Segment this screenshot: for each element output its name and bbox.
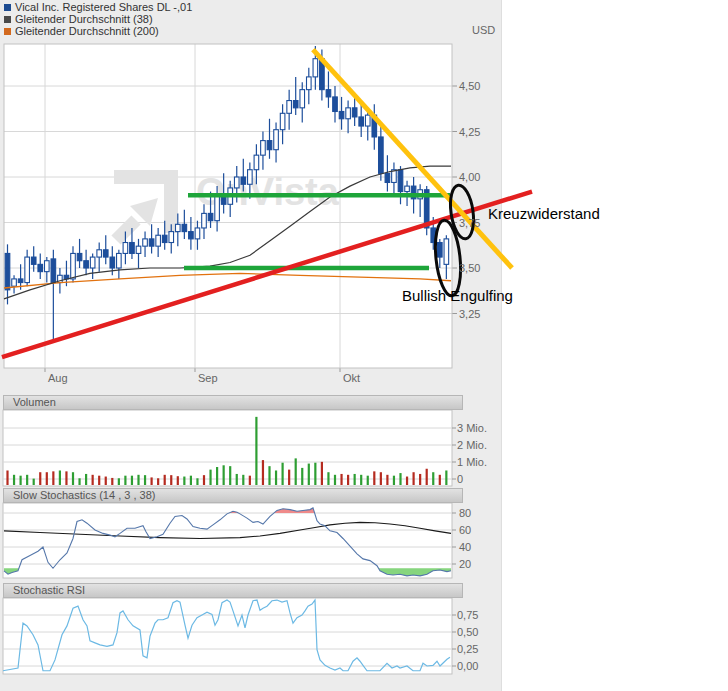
y-axis-label-stochastics: 60 [459,524,471,536]
currency-label: USD [472,24,495,36]
y-axis-label-price: 4,25 [459,126,480,138]
legend-label-gd38: Gleitender Durchschnitt (38) [15,13,153,25]
y-axis-label-volume: 2 Mio. [457,439,487,451]
y-axis-label-price: 3,75 [459,217,480,229]
legend-item-instrument: Vical Inc. Registered Shares DL -,01 [4,1,192,13]
y-axis-label-rsi: 0,00 [457,660,478,672]
y-axis-label-rsi: 0,75 [457,609,478,621]
panel-header-slow-stochastics: Slow Stochastics (14 , 3 , 38) [3,488,463,503]
y-axis-label-volume: 3 Mio. [457,422,487,434]
x-axis-label-month: Sep [198,372,218,384]
legend-swatch-gd38 [4,16,11,23]
annotation-kreuzwiderstand: Kreuzwiderstand [488,205,600,222]
legend-label-instrument: Vical Inc. Registered Shares DL -,01 [15,1,192,13]
panel-header-stochastic-rsi: Stochastic RSI [3,583,463,598]
page: OnVista Vical Inc. Registered Shares DL … [0,0,728,691]
y-axis-label-stochastics: 40 [459,541,471,553]
x-axis-label-month: Okt [343,372,360,384]
legend-label-gd200: Gleitender Durchschnitt (200) [15,25,159,37]
y-axis-label-price: 3,50 [459,262,480,274]
y-axis-label-volume: 1 Mio. [457,456,487,468]
y-axis-label-rsi: 0,25 [457,643,478,655]
legend-item-gd200: Gleitender Durchschnitt (200) [4,25,192,37]
y-axis-label-volume: 0 [457,473,463,485]
annotation-bullish-engulfing: Bullish Engulfing [402,287,513,304]
y-axis-label-price: 4,00 [459,171,480,183]
legend-item-gd38: Gleitender Durchschnitt (38) [4,13,192,25]
x-axis-label-month: Aug [48,372,68,384]
legend-swatch-gd200 [4,28,11,35]
y-axis-label-price: 4,50 [459,80,480,92]
y-axis-label-rsi: 0,50 [457,626,478,638]
chart-legend: Vical Inc. Registered Shares DL -,01 Gle… [4,1,192,37]
y-axis-label-stochastics: 20 [459,558,471,570]
y-axis-label-price: 3,25 [459,308,480,320]
legend-swatch-instrument [4,4,11,11]
panel-header-volume: Volumen [3,395,463,410]
y-axis-label-stochastics: 80 [459,507,471,519]
